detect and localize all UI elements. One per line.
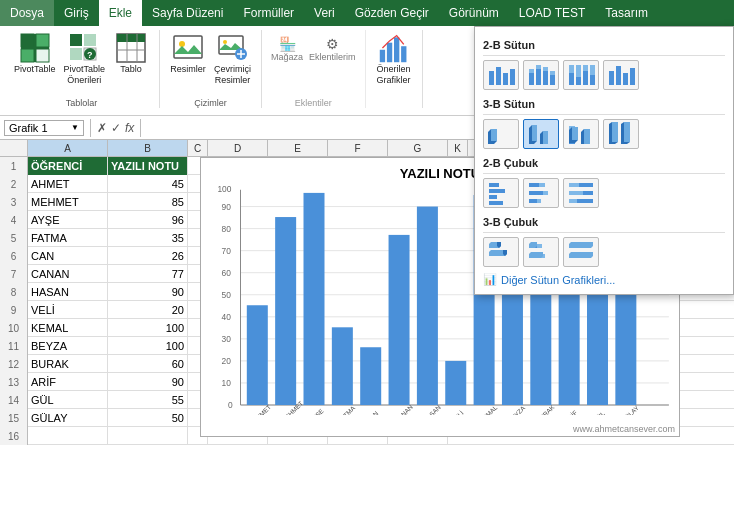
- onerilen-icon: [378, 32, 410, 64]
- cell-a12[interactable]: BURAK: [28, 355, 108, 373]
- cell-a16[interactable]: [28, 427, 108, 445]
- svg-text:70: 70: [222, 246, 232, 256]
- cell-a6[interactable]: CAN: [28, 247, 108, 265]
- chart-type-dropdown: 2-B Sütun 3-B Sütun: [474, 26, 734, 295]
- cell-a3[interactable]: MEHMET: [28, 193, 108, 211]
- menu-gorunum[interactable]: Görünüm: [439, 0, 509, 26]
- name-box-dropdown-icon[interactable]: ▼: [71, 123, 79, 132]
- cell-a14[interactable]: GÜL: [28, 391, 108, 409]
- 2b-bar-100[interactable]: [563, 178, 599, 208]
- svg-rect-31: [510, 69, 515, 85]
- menu-loadtest[interactable]: LOAD TEST: [509, 0, 595, 26]
- 2b-col-stacked[interactable]: [523, 60, 559, 90]
- col-header-e[interactable]: E: [268, 140, 328, 156]
- section-2b-sutun: 2-B Sütun: [483, 35, 725, 56]
- cell-b14[interactable]: 55: [108, 391, 188, 409]
- menu-ekle[interactable]: Ekle: [99, 0, 142, 26]
- 3b-col-clustered[interactable]: [483, 119, 519, 149]
- 3b-col-100[interactable]: [603, 119, 639, 149]
- resimler-button[interactable]: Resimler: [166, 30, 210, 77]
- svg-rect-76: [489, 195, 497, 199]
- cell-a5[interactable]: FATMA: [28, 229, 108, 247]
- cell-a7[interactable]: CANAN: [28, 265, 108, 283]
- cell-a13[interactable]: ARİF: [28, 373, 108, 391]
- 3b-bar-stacked[interactable]: [523, 237, 559, 267]
- menu-gozden[interactable]: Gözden Geçir: [345, 0, 439, 26]
- cell-b16[interactable]: [108, 427, 188, 445]
- 2b-bar-clustered[interactable]: [483, 178, 519, 208]
- svg-rect-6: [70, 34, 82, 46]
- menu-tasarim[interactable]: Tasarım: [595, 0, 658, 26]
- menu-bar: Dosya Giriş Ekle Sayfa Düzeni Formüller …: [0, 0, 734, 26]
- cell-b2[interactable]: 45: [108, 175, 188, 193]
- cell-a11[interactable]: BEYZA: [28, 337, 108, 355]
- svg-text:30: 30: [222, 334, 232, 344]
- svg-rect-87: [569, 191, 583, 195]
- cell-a4[interactable]: AYŞE: [28, 211, 108, 229]
- cell-a1[interactable]: ÖĞRENCİ: [28, 157, 108, 175]
- row-num-3: 3: [0, 193, 28, 211]
- menu-dosya[interactable]: Dosya: [0, 0, 54, 26]
- magaza-button[interactable]: 🏪 Mağaza: [268, 34, 306, 64]
- row-num-14: 14: [0, 391, 28, 409]
- fx-icon[interactable]: fx: [125, 121, 134, 135]
- cell-a15[interactable]: GÜLAY: [28, 409, 108, 427]
- menu-formuller[interactable]: Formüller: [233, 0, 304, 26]
- cell-a2[interactable]: AHMET: [28, 175, 108, 193]
- confirm-icon[interactable]: ✓: [111, 121, 121, 135]
- cell-b3[interactable]: 85: [108, 193, 188, 211]
- 3b-col-stacked[interactable]: [563, 119, 599, 149]
- cell-b13[interactable]: 90: [108, 373, 188, 391]
- svg-text:60: 60: [222, 268, 232, 278]
- cell-b15[interactable]: 50: [108, 409, 188, 427]
- col-header-d[interactable]: D: [208, 140, 268, 156]
- cancel-icon[interactable]: ✗: [97, 121, 107, 135]
- col-header-c[interactable]: C: [188, 140, 208, 156]
- 3b-bar-100[interactable]: [563, 237, 599, 267]
- 3b-bar-clustered[interactable]: [483, 237, 519, 267]
- cell-b7[interactable]: 77: [108, 265, 188, 283]
- 2b-col-100[interactable]: [563, 60, 599, 90]
- eklentilerim-button[interactable]: ⚙ Eklentilerim: [306, 34, 359, 64]
- cell-b1[interactable]: YAZILI NOTU: [108, 157, 188, 175]
- pivot-table-button[interactable]: PivotTable: [10, 30, 60, 77]
- cell-b11[interactable]: 100: [108, 337, 188, 355]
- svg-rect-0: [21, 34, 34, 47]
- menu-veri[interactable]: Veri: [304, 0, 345, 26]
- cell-a9[interactable]: VELİ: [28, 301, 108, 319]
- pivot-suggestions-button[interactable]: ? PivotTable Önerileri: [60, 30, 110, 88]
- col-header-k[interactable]: K: [448, 140, 468, 156]
- 2b-cubuk-row: [483, 178, 725, 208]
- svg-rect-24: [379, 50, 384, 62]
- row-num-9: 9: [0, 301, 28, 319]
- cell-b6[interactable]: 26: [108, 247, 188, 265]
- 2b-col-3d-preview[interactable]: [603, 60, 639, 90]
- svg-rect-34: [536, 69, 541, 85]
- cell-a10[interactable]: KEMAL: [28, 319, 108, 337]
- cell-b4[interactable]: 96: [108, 211, 188, 229]
- 2b-bar-stacked[interactable]: [523, 178, 559, 208]
- svg-rect-48: [609, 71, 614, 85]
- cell-b8[interactable]: 90: [108, 283, 188, 301]
- more-charts-link[interactable]: 📊 Diğer Sütun Grafikleri...: [483, 273, 725, 286]
- cevrimici-button[interactable]: Çevrimiçi Resimler: [210, 30, 255, 88]
- cell-a8[interactable]: HASAN: [28, 283, 108, 301]
- svg-marker-67: [584, 129, 590, 144]
- svg-rect-43: [576, 65, 581, 77]
- col-header-a[interactable]: A: [28, 140, 108, 156]
- cell-b9[interactable]: 20: [108, 301, 188, 319]
- table-button[interactable]: Tablo: [109, 30, 153, 77]
- menu-sayfa[interactable]: Sayfa Düzeni: [142, 0, 233, 26]
- svg-text:40: 40: [222, 312, 232, 322]
- cell-b12[interactable]: 60: [108, 355, 188, 373]
- name-box[interactable]: Grafik 1 ▼: [4, 120, 84, 136]
- cell-b5[interactable]: 35: [108, 229, 188, 247]
- col-header-b[interactable]: B: [108, 140, 188, 156]
- menu-giris[interactable]: Giriş: [54, 0, 99, 26]
- col-header-f[interactable]: F: [328, 140, 388, 156]
- onerilen-grafikler-button[interactable]: Önerilen Grafikler: [372, 30, 416, 88]
- 3b-col-selected[interactable]: [523, 119, 559, 149]
- col-header-g[interactable]: G: [388, 140, 448, 156]
- cell-b10[interactable]: 100: [108, 319, 188, 337]
- 2b-col-clustered[interactable]: [483, 60, 519, 90]
